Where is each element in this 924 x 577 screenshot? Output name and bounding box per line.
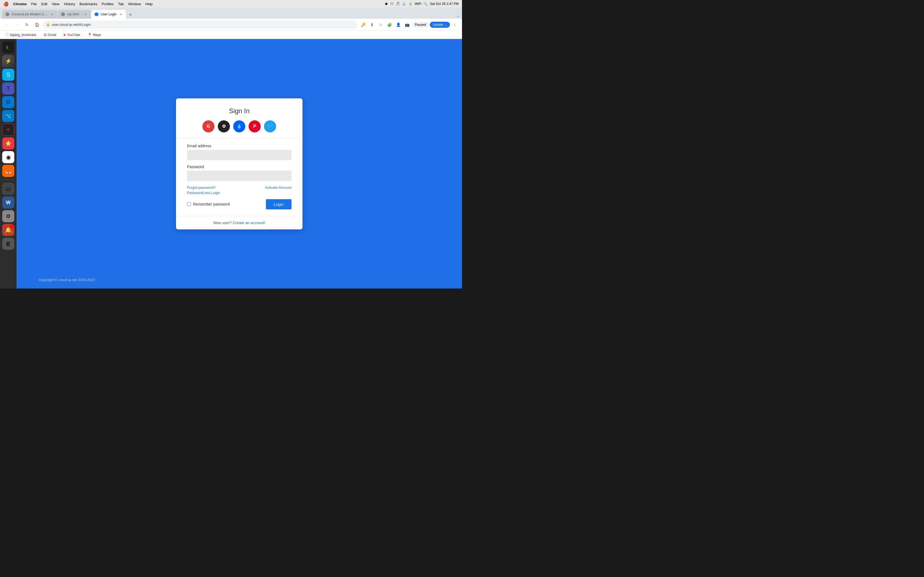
home-button[interactable]: 🏠: [33, 21, 41, 29]
sidebar-system-prefs[interactable]: ⚙: [2, 210, 14, 222]
menu-profiles[interactable]: Profiles: [102, 2, 113, 6]
bookmarks-bar: 📄 bigdog_bookmark G Gmail ▶ YouTube 📍 Ma…: [0, 31, 462, 39]
passwordless-login-link[interactable]: PasswordLess Login: [187, 191, 220, 195]
menu-help[interactable]: Help: [145, 2, 153, 6]
tab-bar: CenturyLink Modem Configura... ✕ otp.htm…: [0, 8, 462, 19]
bookmark-gmail[interactable]: G Gmail: [42, 32, 58, 37]
sidebar-teams[interactable]: T: [2, 82, 14, 95]
sidebar-skype[interactable]: S: [2, 69, 14, 81]
social-pinterest-button[interactable]: P: [249, 120, 261, 132]
tab-favicon-centurylink: [5, 12, 9, 16]
sidebar: $_ ⚡ S T O ⌥ IJ ⭐ ◉: [0, 39, 16, 288]
bookmark-youtube[interactable]: ▶ YouTube: [62, 32, 82, 37]
sidebar-outlook[interactable]: O: [2, 96, 14, 108]
login-footer: New user? Create an account!: [176, 216, 302, 229]
extension-icon[interactable]: 🧩: [386, 21, 394, 29]
notification-badge: !: [10, 224, 14, 228]
dropbox-icon: 💧: [236, 124, 242, 129]
paused-label: Paused: [415, 23, 426, 27]
menubar-search-icon[interactable]: 🔍: [423, 2, 428, 6]
content-area: Sign In G ⚙ 💧 P: [16, 39, 462, 288]
bookmark-bigdog-label: bigdog_bookmark: [10, 33, 36, 37]
sidebar-notification[interactable]: 🔔 !: [2, 224, 14, 236]
login-button[interactable]: Login: [266, 199, 291, 210]
bookmark-youtube-icon: ▶: [64, 33, 66, 37]
menu-edit[interactable]: Edit: [41, 2, 47, 6]
new-tab-button[interactable]: +: [126, 11, 134, 19]
email-input[interactable]: [187, 150, 291, 160]
form-links-left: Forgot password? PasswordLess Login: [187, 185, 220, 195]
login-card: Sign In G ⚙ 💧 P: [176, 98, 302, 229]
tab-close-userlogin[interactable]: ✕: [119, 12, 123, 16]
menu-view[interactable]: View: [52, 2, 60, 6]
password-label: Password: [187, 164, 291, 169]
tab-title-centurylink: CenturyLink Modem Configura...: [11, 12, 48, 16]
twitter-icon: 🐦: [267, 124, 273, 129]
sidebar-divider: [2, 180, 15, 180]
url-text: user.cloud-ip.net/#/Login: [52, 23, 354, 27]
tab-userlogin[interactable]: User Login ✕: [91, 10, 126, 19]
sidebar-launchpad[interactable]: ⚡: [2, 55, 14, 67]
login-title: Sign In: [187, 107, 291, 115]
menubar-icon-3: 📡: [402, 2, 406, 6]
menu-history[interactable]: History: [64, 2, 75, 6]
cast-icon[interactable]: 📺: [404, 21, 411, 29]
paused-button[interactable]: Paused: [412, 22, 429, 28]
back-button[interactable]: ←: [3, 21, 11, 29]
url-bar[interactable]: 🔒 user.cloud-ip.net/#/Login: [43, 21, 357, 29]
remember-me-label: Remember password: [187, 202, 229, 206]
update-label: Update: [433, 23, 443, 27]
menu-dots-icon[interactable]: ⋮: [451, 21, 459, 29]
address-bar-actions: 🔑 ⬆ ☆ 🧩 👤 📺 Paused Update ⌄ ⋮: [359, 21, 459, 29]
tab-close-centurylink[interactable]: ✕: [50, 12, 54, 16]
sidebar-finder-bottom[interactable]: 🗂: [2, 183, 14, 195]
browser-window: CenturyLink Modem Configura... ✕ otp.htm…: [0, 8, 462, 288]
password-input[interactable]: [187, 171, 291, 181]
social-google-button[interactable]: G: [202, 120, 215, 132]
menu-file[interactable]: File: [31, 2, 37, 6]
menubar-icon-1: 🛡: [390, 2, 394, 6]
key-icon[interactable]: 🔑: [359, 21, 367, 29]
apple-logo[interactable]: 🍎: [3, 2, 9, 6]
sidebar-trash[interactable]: 🗑: [2, 238, 14, 250]
share-icon[interactable]: ⬆: [368, 21, 376, 29]
email-group: Email address: [187, 144, 291, 160]
expand-tabs-icon[interactable]: ⌄: [457, 13, 460, 18]
forward-button[interactable]: →: [13, 21, 21, 29]
email-label: Email address: [187, 144, 291, 148]
bookmark-maps-icon: 📍: [88, 33, 92, 37]
sidebar-terminal[interactable]: $_: [2, 41, 14, 53]
sidebar-intellij[interactable]: IJ: [2, 124, 14, 136]
social-dropbox-button[interactable]: 💧: [233, 120, 245, 132]
remember-me-checkbox[interactable]: [187, 202, 191, 206]
menu-window[interactable]: Window: [128, 2, 141, 6]
social-twitter-button[interactable]: 🐦: [264, 120, 276, 132]
sidebar-chrome[interactable]: ◉: [2, 151, 14, 163]
login-form: Email address Password Forgot password? …: [176, 138, 302, 216]
menubar-wifi: WiFi: [415, 2, 421, 6]
bookmark-maps[interactable]: 📍 Maps: [86, 32, 103, 37]
profile-icon[interactable]: 👤: [395, 21, 402, 29]
tab-otp[interactable]: otp.html ✕: [58, 10, 91, 19]
update-button[interactable]: Update ⌄: [430, 22, 450, 28]
sidebar-vscode[interactable]: ⌥: [2, 110, 14, 122]
app-name[interactable]: Chrome: [13, 2, 27, 6]
login-actions: Remember password Login: [187, 199, 291, 210]
menubar-icon-4: 🔋: [409, 2, 412, 6]
social-github-button[interactable]: ⚙: [218, 120, 230, 132]
activate-account-link[interactable]: Activate Account: [265, 185, 291, 190]
sidebar-star[interactable]: ⭐: [2, 137, 14, 150]
tab-centurylink[interactable]: CenturyLink Modem Configura... ✕: [2, 10, 57, 19]
bookmark-youtube-label: YouTube: [67, 33, 80, 37]
bookmark-star-icon[interactable]: ☆: [377, 21, 385, 29]
menu-bookmarks[interactable]: Bookmarks: [79, 2, 97, 6]
social-icons: G ⚙ 💧 P 🐦: [187, 120, 291, 132]
create-account-link[interactable]: Create an account!: [233, 221, 265, 225]
bookmark-bigdog[interactable]: 📄 bigdog_bookmark: [3, 32, 38, 37]
tab-close-otp[interactable]: ✕: [84, 12, 87, 16]
forgot-password-link[interactable]: Forgot password?: [187, 185, 220, 190]
sidebar-word[interactable]: W: [2, 197, 14, 208]
menu-tab[interactable]: Tab: [118, 2, 124, 6]
sidebar-firefox[interactable]: 🦊: [2, 165, 14, 177]
reload-button[interactable]: ↻: [23, 21, 31, 29]
